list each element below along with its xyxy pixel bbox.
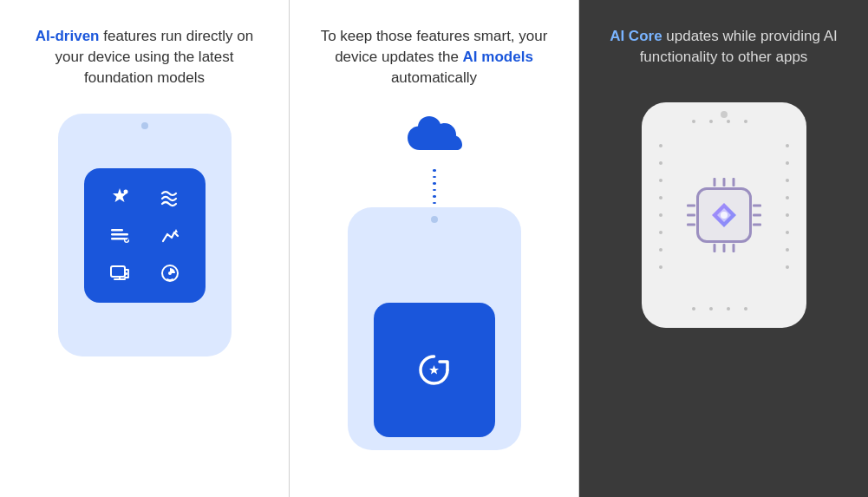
ai-icon-3	[108, 224, 131, 246]
update-box	[374, 303, 495, 437]
chip-pin	[687, 204, 695, 206]
svg-point-13	[659, 161, 662, 165]
svg-point-32	[692, 307, 695, 311]
svg-point-26	[786, 248, 789, 252]
svg-point-28	[692, 120, 695, 123]
chip-pin	[753, 223, 761, 226]
svg-rect-3	[111, 238, 126, 240]
icon-grid	[84, 168, 206, 303]
svg-rect-2	[111, 229, 123, 232]
svg-point-20	[786, 144, 789, 147]
svg-point-0	[123, 189, 127, 193]
svg-point-17	[659, 231, 662, 234]
chip-bottom-pins	[713, 244, 734, 252]
ai-icon-6	[159, 262, 181, 284]
chip-top-pins	[713, 178, 734, 186]
svg-point-6	[125, 272, 127, 275]
cloud-icon	[404, 114, 465, 166]
svg-point-30	[727, 120, 730, 123]
svg-point-8	[168, 271, 172, 275]
panel-middle: To keep those features smart, your devic…	[289, 0, 579, 497]
ai-icon-5	[108, 262, 131, 284]
phone-mockup-left	[58, 114, 232, 356]
svg-point-29	[709, 120, 713, 123]
chip-pin	[732, 244, 734, 252]
panel-middle-bold: AI models	[463, 49, 533, 65]
svg-point-35	[744, 307, 747, 311]
svg-rect-1	[111, 233, 128, 236]
svg-point-22	[786, 179, 789, 182]
phone-notch-right	[721, 111, 728, 118]
panel-right-title: AI Core updates while providing AI funct…	[603, 26, 845, 68]
svg-point-14	[659, 179, 662, 182]
panel-middle-title: To keep those features smart, your devic…	[313, 26, 556, 88]
svg-point-33	[709, 307, 713, 311]
chip-pin	[687, 213, 695, 216]
phone-notch-left	[141, 122, 148, 129]
chip-diamond-icon	[710, 201, 738, 229]
svg-point-27	[786, 265, 789, 269]
chip-pin	[722, 244, 725, 252]
svg-point-23	[786, 196, 789, 199]
dotted-connector	[433, 169, 436, 204]
panel-left: AI-driven features run directly on your …	[0, 0, 289, 497]
svg-point-19	[659, 265, 662, 269]
ai-icon-1	[108, 186, 131, 209]
ai-icon-4	[159, 224, 181, 246]
svg-point-15	[659, 196, 662, 199]
panel-right-bold: AI Core	[610, 28, 662, 44]
svg-point-31	[744, 120, 747, 123]
svg-point-12	[659, 144, 662, 147]
panel-left-title: AI-driven features run directly on your …	[23, 26, 266, 88]
svg-point-16	[659, 213, 662, 217]
panel-middle-text2: automatically	[391, 69, 477, 86]
panel-left-bold: AI-driven	[36, 28, 100, 44]
chip-icon	[685, 176, 763, 254]
svg-point-21	[786, 161, 789, 165]
chip-pin	[753, 204, 761, 206]
chip-pin	[753, 213, 761, 216]
chip-pin	[713, 178, 715, 186]
phone-mockup-right	[642, 102, 806, 328]
svg-point-25	[786, 231, 789, 234]
svg-point-11	[721, 212, 728, 219]
chip-pin	[722, 178, 725, 186]
svg-rect-5	[111, 266, 125, 277]
panel-right-text: updates while providing AI functionality…	[640, 28, 838, 65]
chip-pin	[713, 244, 715, 252]
svg-point-24	[786, 213, 789, 217]
ai-icon-2	[159, 186, 181, 209]
phone-mockup-middle	[348, 207, 521, 450]
panel-right: AI Core updates while providing AI funct…	[579, 0, 868, 497]
svg-point-18	[659, 248, 662, 252]
phone-notch-middle	[431, 216, 438, 223]
chip-pin	[732, 178, 734, 186]
svg-point-34	[727, 307, 730, 311]
chip-pin	[687, 223, 695, 226]
